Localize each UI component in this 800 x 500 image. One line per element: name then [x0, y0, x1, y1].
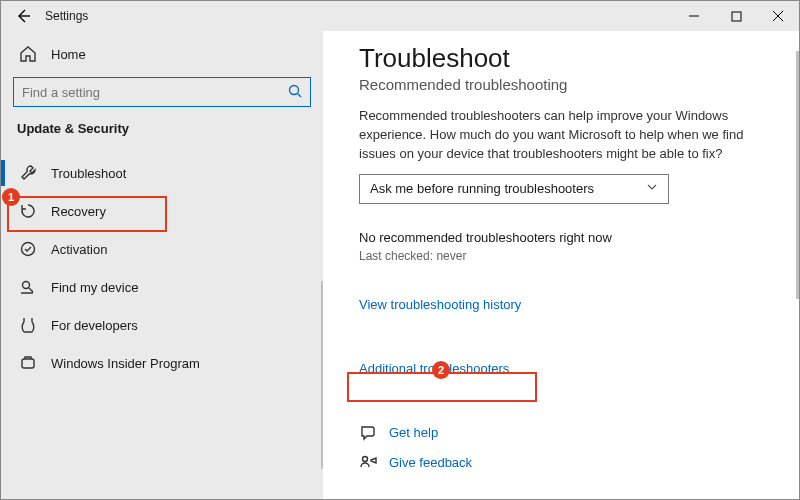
window-controls	[673, 1, 799, 31]
dropdown-value: Ask me before running troubleshooters	[370, 181, 594, 196]
wrench-icon	[19, 164, 37, 182]
svg-point-1	[290, 85, 299, 94]
feedback-icon	[359, 454, 377, 472]
frequency-dropdown[interactable]: Ask me before running troubleshooters	[359, 174, 669, 204]
section-description: Recommended troubleshooters can help imp…	[359, 107, 763, 164]
give-feedback-link[interactable]: Give feedback	[389, 455, 472, 470]
sidebar-item-recovery[interactable]: Recovery	[13, 192, 311, 230]
search-input[interactable]	[13, 77, 311, 107]
sidebar-item-find-device[interactable]: Find my device	[13, 268, 311, 306]
annotation-badge-2: 2	[432, 361, 450, 379]
window-title: Settings	[45, 9, 88, 23]
maximize-button[interactable]	[715, 1, 757, 31]
sidebar: Home Update & Security Troubleshoot Reco…	[1, 31, 323, 499]
developers-icon	[19, 316, 37, 334]
sidebar-item-home[interactable]: Home	[13, 39, 311, 69]
get-help-row[interactable]: Get help	[359, 424, 763, 442]
check-circle-icon	[19, 240, 37, 258]
svg-rect-4	[22, 359, 34, 368]
give-feedback-row[interactable]: Give feedback	[359, 454, 763, 472]
svg-rect-0	[732, 12, 741, 21]
search-icon	[288, 84, 302, 101]
last-checked: Last checked: never	[359, 249, 763, 263]
annotation-badge-1: 1	[2, 188, 20, 206]
section-subheading: Recommended troubleshooting	[359, 76, 763, 93]
svg-point-5	[363, 456, 368, 461]
arrow-left-icon	[15, 8, 31, 24]
back-button[interactable]	[11, 4, 35, 28]
close-button[interactable]	[757, 1, 799, 31]
get-help-link[interactable]: Get help	[389, 425, 438, 440]
sidebar-item-insider[interactable]: Windows Insider Program	[13, 344, 311, 382]
sidebar-item-label: Troubleshoot	[51, 166, 126, 181]
sidebar-item-label: Windows Insider Program	[51, 356, 200, 371]
sidebar-item-activation[interactable]: Activation	[13, 230, 311, 268]
status-text: No recommended troubleshooters right now	[359, 230, 763, 245]
home-label: Home	[51, 47, 86, 62]
sidebar-item-label: Activation	[51, 242, 107, 257]
sidebar-item-label: For developers	[51, 318, 138, 333]
close-icon	[772, 10, 784, 22]
chat-icon	[359, 424, 377, 442]
sidebar-item-label: Find my device	[51, 280, 138, 295]
chevron-down-icon	[646, 181, 658, 196]
content-scrollbar[interactable]	[796, 51, 799, 299]
insider-icon	[19, 354, 37, 372]
maximize-icon	[731, 11, 742, 22]
content-pane: Troubleshoot Recommended troubleshooting…	[323, 31, 799, 499]
category-heading: Update & Security	[17, 121, 311, 136]
svg-point-2	[22, 243, 35, 256]
page-heading: Troubleshoot	[359, 43, 763, 74]
sidebar-item-label: Recovery	[51, 204, 106, 219]
history-link[interactable]: View troubleshooting history	[359, 297, 521, 312]
svg-point-3	[23, 282, 30, 289]
titlebar: Settings	[1, 1, 799, 31]
minimize-icon	[688, 10, 700, 22]
search-field[interactable]	[22, 85, 288, 100]
home-icon	[19, 45, 37, 63]
minimize-button[interactable]	[673, 1, 715, 31]
recovery-icon	[19, 202, 37, 220]
find-device-icon	[19, 278, 37, 296]
sidebar-item-developers[interactable]: For developers	[13, 306, 311, 344]
sidebar-item-troubleshoot[interactable]: Troubleshoot	[13, 154, 311, 192]
